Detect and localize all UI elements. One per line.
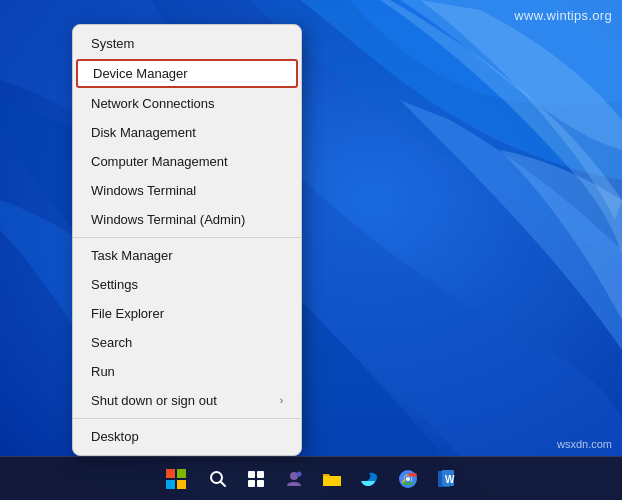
menu-item-windows-terminal-admin[interactable]: Windows Terminal (Admin) — [73, 205, 301, 234]
watermark: www.wintips.org — [514, 8, 612, 23]
menu-item-label-settings: Settings — [91, 277, 138, 292]
menu-item-network-connections[interactable]: Network Connections — [73, 89, 301, 118]
menu-item-label-file-explorer: File Explorer — [91, 306, 164, 321]
start-button[interactable] — [160, 463, 192, 495]
menu-item-computer-management[interactable]: Computer Management — [73, 147, 301, 176]
svg-line-6 — [221, 481, 226, 486]
explorer-button[interactable] — [316, 463, 348, 495]
menu-item-label-desktop: Desktop — [91, 429, 139, 444]
svg-rect-7 — [248, 471, 255, 478]
svg-rect-3 — [166, 480, 175, 489]
menu-item-label-run: Run — [91, 364, 115, 379]
svg-rect-9 — [248, 480, 255, 487]
taskbar: W — [0, 456, 622, 500]
chrome-button[interactable] — [392, 463, 424, 495]
menu-divider-7 — [73, 237, 301, 238]
menu-item-shut-down[interactable]: Shut down or sign out› — [73, 386, 301, 415]
menu-arrow-shut-down: › — [280, 395, 283, 406]
svg-point-16 — [406, 477, 410, 481]
menu-item-label-network-connections: Network Connections — [91, 96, 215, 111]
desktop: www.wintips.org wsxdn.com SystemDevice M… — [0, 0, 622, 500]
svg-rect-10 — [257, 480, 264, 487]
menu-item-device-manager[interactable]: Device Manager — [76, 59, 298, 88]
menu-item-run[interactable]: Run — [73, 357, 301, 386]
menu-item-file-explorer[interactable]: File Explorer — [73, 299, 301, 328]
menu-item-label-windows-terminal: Windows Terminal — [91, 183, 196, 198]
menu-item-label-shut-down: Shut down or sign out — [91, 393, 217, 408]
svg-text:W: W — [445, 474, 455, 485]
menu-divider-before-desktop — [73, 418, 301, 419]
teams-button[interactable] — [278, 463, 310, 495]
menu-item-label-task-manager: Task Manager — [91, 248, 173, 263]
menu-item-desktop[interactable]: Desktop — [73, 422, 301, 451]
svg-rect-4 — [177, 480, 186, 489]
svg-rect-1 — [166, 469, 175, 478]
menu-item-task-manager[interactable]: Task Manager — [73, 241, 301, 270]
svg-rect-8 — [257, 471, 264, 478]
menu-item-label-device-manager: Device Manager — [93, 66, 188, 81]
menu-item-windows-terminal[interactable]: Windows Terminal — [73, 176, 301, 205]
watermark-bottom: wsxdn.com — [557, 438, 612, 450]
menu-item-label-windows-terminal-admin: Windows Terminal (Admin) — [91, 212, 245, 227]
search-taskbar-button[interactable] — [202, 463, 234, 495]
svg-rect-2 — [177, 469, 186, 478]
menu-item-label-system: System — [91, 36, 134, 51]
menu-item-label-computer-management: Computer Management — [91, 154, 228, 169]
menu-item-system[interactable]: System — [73, 29, 301, 58]
menu-item-search[interactable]: Search — [73, 328, 301, 357]
menu-item-settings[interactable]: Settings — [73, 270, 301, 299]
menu-item-label-disk-management: Disk Management — [91, 125, 196, 140]
menu-item-disk-management[interactable]: Disk Management — [73, 118, 301, 147]
menu-item-label-search: Search — [91, 335, 132, 350]
taskview-button[interactable] — [240, 463, 272, 495]
word-button[interactable]: W — [430, 463, 462, 495]
context-menu: SystemDevice ManagerNetwork ConnectionsD… — [72, 24, 302, 456]
edge-button[interactable] — [354, 463, 386, 495]
svg-point-12 — [297, 471, 302, 476]
